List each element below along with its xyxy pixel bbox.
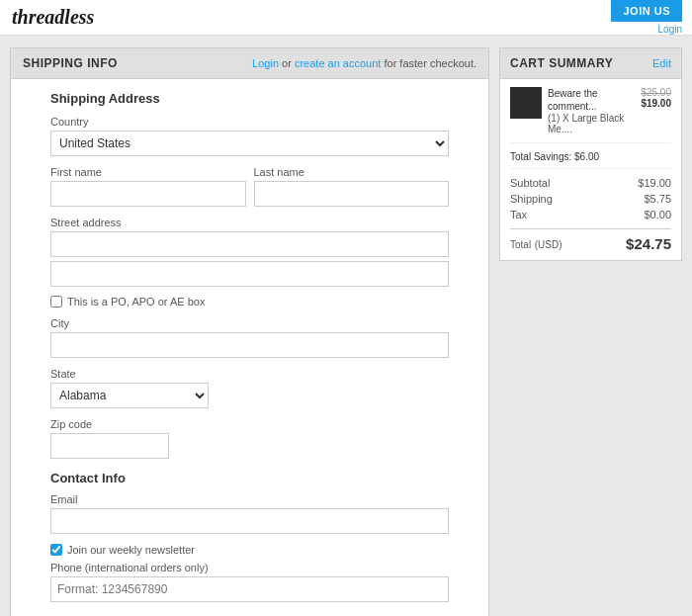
cart-item-name: Beware the comment... [548,87,635,113]
phone-input[interactable] [50,576,449,602]
cart-item: Beware the comment... (1) X Large Black … [510,87,671,143]
first-name-group: First name [50,166,246,207]
login-link[interactable]: Login [252,57,279,69]
phone-label: Phone (international orders only) [50,562,449,573]
cart-summary-title: CART SUMMARY [510,56,613,70]
header-actions: JOIN US Login [611,0,682,35]
first-name-label: First name [50,166,246,178]
cart-edit-link[interactable]: Edit [652,57,671,69]
join-button[interactable]: JOIN US [611,0,682,22]
city-group: City [50,317,449,358]
contact-info-title: Contact Info [50,471,449,485]
shipping-address-title: Shipping Address [50,91,449,106]
shipping-row: Shipping $5.75 [510,193,671,205]
cart-item-prices: $25.00 $19.00 [641,87,671,134]
po-label: This is a PO, APO or AE box [67,296,205,308]
cart-item-qty: (1) X Large Black Me.... [548,113,635,134]
city-input[interactable] [50,332,449,358]
newsletter-checkbox[interactable] [50,544,62,556]
svg-text:threadless: threadless [12,6,95,28]
total-row: Total (USD) $24.75 [510,228,671,252]
cart-summary-header: CART SUMMARY Edit [499,47,682,78]
newsletter-row: Join our weekly newsletter [50,544,449,556]
email-input[interactable] [50,508,449,534]
cart-item-sale-price: $19.00 [641,98,671,109]
country-label: Country [50,116,449,128]
cart-body: Beware the comment... (1) X Large Black … [499,78,682,261]
email-label: Email [50,493,449,505]
state-select[interactable]: Alabama Alaska Arizona Arkansas Californ… [50,383,209,408]
city-label: City [50,317,449,329]
cart-item-details: Beware the comment... (1) X Large Black … [548,87,635,134]
savings-row: Total Savings: $6.00 [510,151,671,169]
faster-checkout-text: for faster checkout. [384,57,476,69]
header: threadless JOIN US Login [0,0,692,36]
subtotal-row: Subtotal $19.00 [510,177,671,189]
login-create-text: Login or create an account for faster ch… [252,57,476,69]
cart-item-image [510,87,542,119]
shipping-form: Shipping Address Country United States C… [11,79,488,616]
po-checkbox-row: This is a PO, APO or AE box [50,296,449,308]
shipping-info-title: SHIPPING INFO [23,56,118,70]
zip-input[interactable] [50,433,169,459]
street-group: Street address [50,217,449,291]
street-input-2[interactable] [50,261,449,287]
first-name-input[interactable] [50,181,246,207]
total-label: Total (USD) [510,236,562,251]
po-checkbox[interactable] [50,296,62,308]
phone-group: Phone (international orders only) [50,562,449,602]
subtotal-label: Subtotal [510,177,550,189]
shipping-value: $5.75 [644,193,671,205]
main-container: SHIPPING INFO Login or create an account… [0,36,692,616]
street-input-1[interactable] [50,231,449,257]
name-row: First name Last name [50,166,449,217]
country-group: Country United States Canada United King… [50,116,449,156]
tax-value: $0.00 [644,209,671,220]
total-amount: $24.75 [626,235,671,252]
street-label: Street address [50,217,449,228]
create-account-link[interactable]: create an account [295,57,381,69]
shipping-info-header: SHIPPING INFO Login or create an account… [11,48,488,79]
email-group: Email [50,493,449,534]
tax-row: Tax $0.00 [510,209,671,220]
cart-item-original-price: $25.00 [641,87,671,98]
total-currency: (USD) [535,239,562,250]
last-name-label: Last name [254,166,450,178]
subtotal-value: $19.00 [638,177,671,189]
last-name-group: Last name [254,166,450,207]
cart-summary-section: CART SUMMARY Edit Beware the comment... … [499,47,682,616]
tax-label: Tax [510,209,527,220]
shipping-info-section: SHIPPING INFO Login or create an account… [10,47,489,616]
shipping-label: Shipping [510,193,553,205]
state-group: State Alabama Alaska Arizona Arkansas Ca… [50,368,449,408]
country-select[interactable]: United States Canada United Kingdom Aust… [50,131,449,156]
zip-label: Zip code [50,418,449,430]
header-login-link[interactable]: Login [658,24,682,35]
logo: threadless [10,2,99,33]
last-name-input[interactable] [254,181,450,207]
zip-group: Zip code [50,418,449,459]
state-label: State [50,368,449,380]
newsletter-label: Join our weekly newsletter [67,544,195,556]
